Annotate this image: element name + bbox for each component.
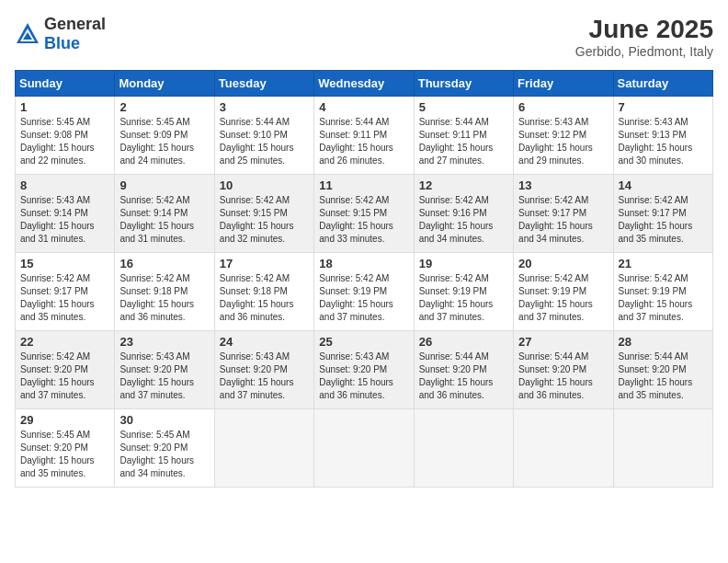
table-row: 25 Sunrise: 5:43 AMSunset: 9:20 PMDaylig… (314, 331, 414, 409)
day-detail: Sunrise: 5:43 AMSunset: 9:20 PMDaylight:… (119, 351, 194, 400)
day-number: 3 (220, 100, 309, 114)
week-row-2: 8 Sunrise: 5:43 AMSunset: 9:14 PMDayligh… (16, 175, 713, 253)
title-area: June 2025 Gerbido, Piedmont, Italy (575, 15, 713, 59)
table-row: 24 Sunrise: 5:43 AMSunset: 9:20 PMDaylig… (214, 331, 313, 409)
day-detail: Sunrise: 5:42 AMSunset: 9:14 PMDaylight:… (119, 195, 194, 244)
day-number: 6 (518, 100, 608, 114)
table-row: 27 Sunrise: 5:44 AMSunset: 9:20 PMDaylig… (514, 331, 613, 409)
day-detail: Sunrise: 5:42 AMSunset: 9:15 PMDaylight:… (319, 195, 393, 244)
location: Gerbido, Piedmont, Italy (575, 44, 713, 59)
day-detail: Sunrise: 5:44 AMSunset: 9:10 PMDaylight:… (220, 117, 294, 166)
day-number: 23 (119, 335, 209, 349)
col-sunday: Sunday (16, 71, 115, 97)
day-number: 8 (20, 178, 109, 192)
page-header: General Blue June 2025 Gerbido, Piedmont… (15, 15, 713, 59)
table-row: 21 Sunrise: 5:42 AMSunset: 9:19 PMDaylig… (613, 253, 712, 331)
day-detail: Sunrise: 5:44 AMSunset: 9:20 PMDaylight:… (518, 351, 593, 400)
day-number: 14 (619, 178, 708, 192)
col-saturday: Saturday (613, 71, 712, 97)
col-thursday: Thursday (414, 71, 513, 97)
day-number: 22 (20, 335, 109, 349)
day-number: 20 (518, 257, 608, 270)
calendar-table: Sunday Monday Tuesday Wednesday Thursday… (15, 70, 713, 488)
week-row-5: 29 Sunrise: 5:45 AMSunset: 9:20 PMDaylig… (16, 409, 713, 488)
day-detail: Sunrise: 5:42 AMSunset: 9:17 PMDaylight:… (619, 195, 693, 244)
day-detail: Sunrise: 5:42 AMSunset: 9:19 PMDaylight:… (619, 273, 693, 322)
day-detail: Sunrise: 5:42 AMSunset: 9:19 PMDaylight:… (518, 273, 593, 322)
table-row: 11 Sunrise: 5:42 AMSunset: 9:15 PMDaylig… (314, 175, 414, 253)
logo-icon (15, 21, 40, 47)
day-number: 15 (20, 257, 109, 270)
day-detail: Sunrise: 5:42 AMSunset: 9:18 PMDaylight:… (220, 273, 294, 322)
table-row: 9 Sunrise: 5:42 AMSunset: 9:14 PMDayligh… (115, 175, 214, 253)
table-row (214, 409, 313, 488)
day-number: 12 (419, 178, 508, 192)
table-row: 17 Sunrise: 5:42 AMSunset: 9:18 PMDaylig… (214, 253, 313, 331)
day-detail: Sunrise: 5:42 AMSunset: 9:19 PMDaylight:… (419, 273, 494, 322)
table-row: 15 Sunrise: 5:42 AMSunset: 9:17 PMDaylig… (16, 253, 115, 331)
week-row-3: 15 Sunrise: 5:42 AMSunset: 9:17 PMDaylig… (16, 253, 713, 331)
logo: General Blue (15, 15, 106, 53)
day-number: 19 (419, 257, 508, 270)
table-row: 16 Sunrise: 5:42 AMSunset: 9:18 PMDaylig… (115, 253, 214, 331)
day-number: 13 (518, 178, 608, 192)
day-detail: Sunrise: 5:44 AMSunset: 9:20 PMDaylight:… (619, 351, 693, 400)
day-number: 25 (319, 335, 408, 349)
day-number: 4 (319, 100, 408, 114)
table-row: 30 Sunrise: 5:45 AMSunset: 9:20 PMDaylig… (115, 409, 214, 488)
month-title: June 2025 (575, 15, 713, 44)
table-row: 29 Sunrise: 5:45 AMSunset: 9:20 PMDaylig… (16, 409, 115, 488)
logo-text: General Blue (44, 15, 106, 53)
day-detail: Sunrise: 5:42 AMSunset: 9:17 PMDaylight:… (518, 195, 593, 244)
day-number: 2 (119, 100, 209, 114)
table-row: 22 Sunrise: 5:42 AMSunset: 9:20 PMDaylig… (16, 331, 115, 409)
table-row: 19 Sunrise: 5:42 AMSunset: 9:19 PMDaylig… (414, 253, 513, 331)
logo-general: General (44, 15, 106, 33)
table-row: 10 Sunrise: 5:42 AMSunset: 9:15 PMDaylig… (214, 175, 313, 253)
day-number: 27 (518, 335, 608, 349)
day-detail: Sunrise: 5:45 AMSunset: 9:08 PMDaylight:… (20, 117, 95, 166)
table-row: 28 Sunrise: 5:44 AMSunset: 9:20 PMDaylig… (613, 331, 712, 409)
table-row: 3 Sunrise: 5:44 AMSunset: 9:10 PMDayligh… (214, 97, 313, 175)
day-detail: Sunrise: 5:45 AMSunset: 9:09 PMDaylight:… (119, 117, 194, 166)
day-detail: Sunrise: 5:43 AMSunset: 9:20 PMDaylight:… (319, 351, 393, 400)
day-number: 21 (619, 257, 708, 270)
col-monday: Monday (115, 71, 214, 97)
table-row: 14 Sunrise: 5:42 AMSunset: 9:17 PMDaylig… (613, 175, 712, 253)
day-detail: Sunrise: 5:42 AMSunset: 9:19 PMDaylight:… (319, 273, 393, 322)
table-row: 7 Sunrise: 5:43 AMSunset: 9:13 PMDayligh… (613, 97, 712, 175)
day-number: 7 (619, 100, 708, 114)
table-row: 8 Sunrise: 5:43 AMSunset: 9:14 PMDayligh… (16, 175, 115, 253)
day-detail: Sunrise: 5:43 AMSunset: 9:20 PMDaylight:… (220, 351, 294, 400)
col-tuesday: Tuesday (214, 71, 313, 97)
day-number: 1 (20, 100, 109, 114)
day-number: 11 (319, 178, 408, 192)
week-row-4: 22 Sunrise: 5:42 AMSunset: 9:20 PMDaylig… (16, 331, 713, 409)
calendar-header-row: Sunday Monday Tuesday Wednesday Thursday… (16, 71, 713, 97)
day-number: 26 (419, 335, 508, 349)
day-detail: Sunrise: 5:42 AMSunset: 9:16 PMDaylight:… (419, 195, 494, 244)
day-detail: Sunrise: 5:45 AMSunset: 9:20 PMDaylight:… (20, 430, 95, 478)
day-detail: Sunrise: 5:42 AMSunset: 9:20 PMDaylight:… (20, 351, 95, 400)
table-row: 5 Sunrise: 5:44 AMSunset: 9:11 PMDayligh… (414, 97, 513, 175)
day-detail: Sunrise: 5:44 AMSunset: 9:11 PMDaylight:… (419, 117, 494, 166)
table-row: 4 Sunrise: 5:44 AMSunset: 9:11 PMDayligh… (314, 97, 414, 175)
day-detail: Sunrise: 5:44 AMSunset: 9:20 PMDaylight:… (419, 351, 494, 400)
day-number: 17 (220, 257, 309, 270)
col-wednesday: Wednesday (314, 71, 414, 97)
day-number: 5 (419, 100, 508, 114)
day-detail: Sunrise: 5:44 AMSunset: 9:11 PMDaylight:… (319, 117, 393, 166)
table-row (414, 409, 513, 488)
day-number: 30 (119, 413, 209, 427)
table-row: 13 Sunrise: 5:42 AMSunset: 9:17 PMDaylig… (514, 175, 613, 253)
logo-blue: Blue (44, 34, 80, 52)
table-row: 2 Sunrise: 5:45 AMSunset: 9:09 PMDayligh… (115, 97, 214, 175)
table-row: 20 Sunrise: 5:42 AMSunset: 9:19 PMDaylig… (514, 253, 613, 331)
table-row: 6 Sunrise: 5:43 AMSunset: 9:12 PMDayligh… (514, 97, 613, 175)
day-number: 9 (119, 178, 209, 192)
week-row-1: 1 Sunrise: 5:45 AMSunset: 9:08 PMDayligh… (16, 97, 713, 175)
day-number: 24 (220, 335, 309, 349)
day-detail: Sunrise: 5:42 AMSunset: 9:17 PMDaylight:… (20, 273, 95, 322)
day-number: 10 (220, 178, 309, 192)
table-row (613, 409, 712, 488)
